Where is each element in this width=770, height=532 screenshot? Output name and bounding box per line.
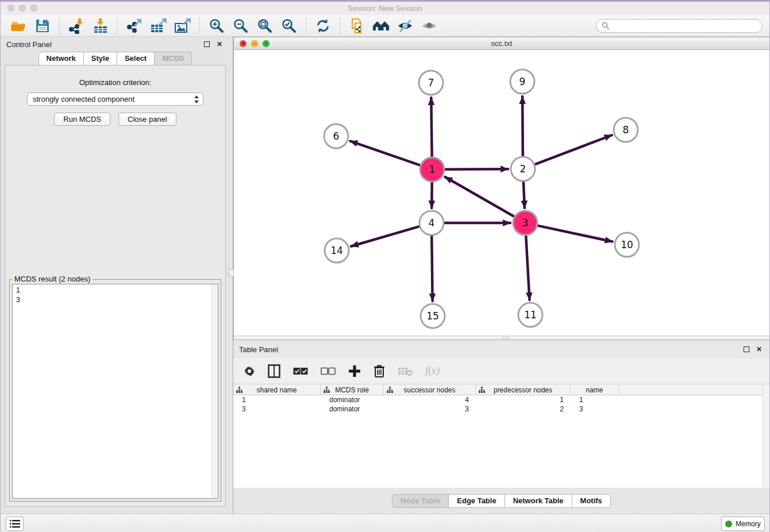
node-15[interactable]: 15 [421,304,445,328]
delete-column-button[interactable] [374,363,385,380]
float-table-panel-button[interactable] [742,345,751,354]
open-session-button[interactable] [9,17,28,34]
node-9[interactable]: 9 [510,70,534,94]
export-table-button[interactable] [149,17,168,34]
edge-1-2[interactable] [445,169,508,169]
close-table-panel-button[interactable]: ✕ [754,345,764,354]
tab-motifs[interactable]: Motifs [572,494,611,508]
select-all-columns-button[interactable] [293,363,308,380]
hide-annotations-button[interactable] [396,17,414,34]
node-6[interactable]: 6 [324,124,348,148]
export-network-button[interactable] [125,17,144,34]
column-header-successor-nodes[interactable]: successor nodes [384,384,476,395]
network-canvas[interactable]: 7968124314101511 [234,50,769,336]
search-field[interactable] [596,19,763,33]
edge-3-10[interactable] [538,226,612,242]
tab-node-table[interactable]: Node Table [392,494,449,508]
save-session-button[interactable] [33,17,52,34]
criterion-dropdown[interactable]: strongly connected component [27,92,203,106]
tab-select[interactable]: Select [117,52,155,65]
delete-table-button[interactable] [398,363,413,380]
splitter-grip[interactable] [229,269,234,277]
node-7[interactable]: 7 [419,71,443,95]
close-mcds-panel-button[interactable]: Close panel [118,113,176,126]
tab-style[interactable]: Style [83,52,117,65]
cell-predecessor-nodes[interactable]: 2 [476,404,571,414]
mcds-result-textarea[interactable]: 13 [12,284,218,499]
scrollbar-grip[interactable] [502,337,510,339]
zoom-fit-button[interactable] [256,17,274,34]
table-row[interactable]: 3dominator323 [233,404,769,414]
search-input[interactable] [613,22,756,30]
edge-2-9[interactable] [522,97,523,156]
edge-4-15[interactable] [432,236,432,301]
node-4[interactable]: 4 [419,211,444,235]
node-14[interactable]: 14 [325,238,349,263]
zoom-selected-button[interactable] [280,17,298,34]
cell-shared-name[interactable]: 3 [233,404,321,414]
show-annotations-button[interactable] [420,17,438,34]
edge-4-14[interactable] [351,226,419,246]
import-network-button[interactable] [67,17,86,34]
zoom-window-button[interactable] [30,5,37,11]
node-3[interactable]: 3 [513,211,537,235]
tab-edge-table[interactable]: Edge Table [448,494,505,508]
network-zoom-button[interactable]: + [263,40,270,47]
node-10[interactable]: 10 [615,233,639,257]
tab-network[interactable]: Network [38,52,84,65]
result-scrollbar[interactable] [211,284,218,498]
node-2[interactable]: 2 [511,157,535,181]
close-window-button[interactable] [7,5,14,11]
cell-mcds-role[interactable]: dominator [321,395,384,404]
clone-network-button[interactable] [348,17,366,34]
node-1[interactable]: 1 [420,157,444,182]
export-image-button[interactable] [174,17,192,34]
refresh-view-button[interactable] [314,17,332,34]
cell-mcds-role[interactable]: dominator [321,404,384,414]
float-icon [744,346,749,352]
edge-3-1[interactable] [445,177,514,217]
memory-button[interactable]: Memory [721,516,765,531]
add-column-button[interactable] [348,363,361,380]
cell-successor-nodes[interactable]: 4 [384,395,476,404]
edge-3-11[interactable] [526,236,529,300]
column-layout-button[interactable] [268,363,280,380]
float-panel-button[interactable] [202,40,211,49]
minimize-window-button[interactable] [19,5,26,11]
mcds-panel-content: Optimization criterion: strongly connect… [5,65,226,507]
table-scrollbar[interactable] [763,384,769,488]
edge-2-3[interactable] [523,182,525,208]
tab-network-table[interactable]: Network Table [505,494,572,508]
column-header-mcds-role[interactable]: MCDS role [321,384,384,395]
column-header-predecessor-nodes[interactable]: predecessor nodes [476,384,571,395]
node-8[interactable]: 8 [614,118,638,142]
cell-name[interactable]: 1 [571,395,619,404]
zoom-in-button[interactable] [207,17,226,34]
cell-predecessor-nodes[interactable]: 1 [476,395,571,404]
mcds-result-group: MCDS result (2 nodes) 13 [9,279,221,502]
cell-successor-nodes[interactable]: 3 [384,404,476,414]
function-builder-button[interactable]: f(x) [425,363,440,380]
node-11[interactable]: 11 [518,303,542,327]
run-mcds-button[interactable]: Run MCDS [54,113,110,126]
task-history-button[interactable] [6,516,24,531]
edge-2-8[interactable] [536,135,612,164]
network-minimize-button[interactable]: − [251,40,258,47]
cell-shared-name[interactable]: 1 [233,395,321,404]
edge-1-7[interactable] [431,98,432,156]
tab-mcds[interactable]: MCDS [154,52,192,65]
column-header-name[interactable]: name [571,384,619,395]
edge-1-6[interactable] [351,141,420,165]
close-panel-button[interactable]: ✕ [215,40,224,49]
zoom-out-button[interactable] [232,17,250,34]
cell-name[interactable]: 3 [571,404,619,414]
home-button[interactable] [372,17,390,34]
network-close-button[interactable]: ✕ [240,40,247,47]
deselect-all-columns-button[interactable] [321,363,336,380]
network-horizontal-scrollbar[interactable] [234,336,769,340]
import-table-button[interactable] [91,17,110,34]
column-header-shared-name[interactable]: shared name [233,384,321,395]
network-graph[interactable]: 7968124314101511 [234,50,769,336]
table-row[interactable]: 1dominator411 [233,395,769,404]
table-settings-button[interactable] [244,363,255,380]
